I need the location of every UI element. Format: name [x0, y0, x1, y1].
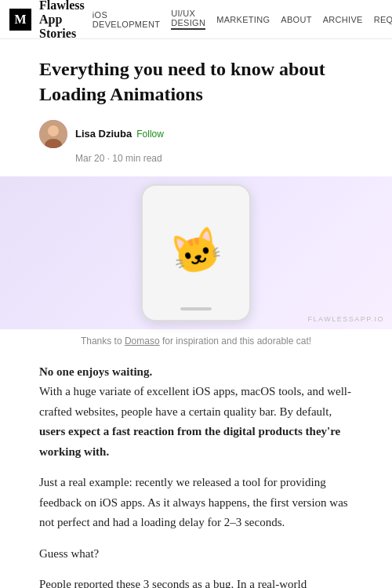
article-meta: Mar 20 · 10 min read: [39, 153, 353, 164]
nav-link-archive[interactable]: ARCHIVE: [323, 15, 363, 24]
phone-mockup: 🐱: [141, 184, 251, 321]
nav-link-ui-ux-design[interactable]: UI/UX DESIGN: [171, 9, 205, 30]
cat-illustration: 🐱: [166, 227, 226, 279]
author-avatar[interactable]: [39, 120, 67, 148]
article-main: Everything you need to know about Loadin…: [0, 56, 392, 588]
body-paragraph-4: People reported these 3 seconds as a bug…: [39, 575, 353, 588]
lead-text: No one enjoys waiting.: [39, 365, 152, 378]
nav-link-reques---[interactable]: REQUES...: [374, 15, 392, 24]
follow-button[interactable]: Follow: [136, 129, 164, 140]
watermark: FLAWLESSAPP.IO: [307, 315, 384, 323]
author-row: Lisa Dziuba Follow: [39, 120, 353, 148]
svg-point-4: [48, 125, 59, 136]
body-paragraph-3: Guess what?: [39, 544, 353, 564]
nav-link-marketing[interactable]: MARKETING: [216, 15, 270, 24]
bold-text: users expect a fast reaction from the di…: [39, 425, 340, 458]
top-nav: M Flawless App Stories iOS DEVELOPMENTUI…: [0, 0, 392, 39]
hero-caption: Thanks to Domaso for inspiration and thi…: [39, 336, 353, 347]
article-body: No one enjoys waiting. With a huge varia…: [39, 362, 353, 588]
body-paragraph-2: Just a real example: recently we release…: [39, 473, 353, 533]
publication-name: Flawless App Stories: [39, 0, 85, 41]
medium-logo-icon[interactable]: M: [9, 9, 31, 31]
nav-link-about[interactable]: ABOUT: [281, 15, 311, 24]
nav-links: iOS DEVELOPMENTUI/UX DESIGNMARKETINGABOU…: [93, 9, 392, 30]
hero-image: 🐱 FLAWLESSAPP.IO: [0, 176, 392, 329]
article-title: Everything you need to know about Loadin…: [39, 56, 353, 107]
nav-link-ios-development[interactable]: iOS DEVELOPMENT: [93, 10, 160, 29]
domaso-link[interactable]: Domaso: [125, 336, 160, 347]
author-info: Lisa Dziuba Follow: [75, 128, 164, 140]
author-name: Lisa Dziuba: [75, 128, 132, 140]
